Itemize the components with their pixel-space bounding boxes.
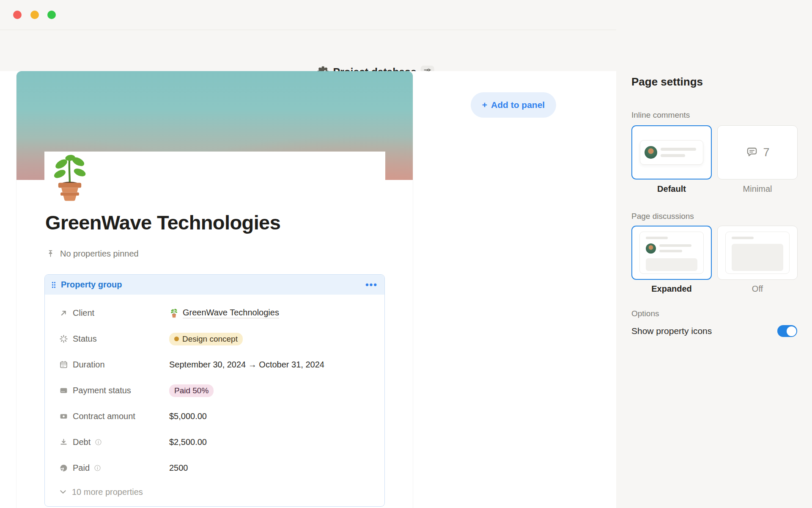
payment-status-pill[interactable]: Paid 50% — [169, 384, 214, 397]
page-discussions-option-expanded[interactable] — [631, 226, 712, 280]
duration-value: September 30, 2024 → October 31, 2024 — [169, 360, 324, 370]
chevron-down-icon — [59, 488, 67, 496]
option-label-off: Off — [717, 284, 798, 294]
property-group: Property group ••• Client — [44, 274, 385, 507]
options-label: Options — [631, 309, 659, 318]
comment-bubble-icon — [745, 146, 759, 159]
property-row-payment-status[interactable]: Payment status Paid 50% — [45, 378, 384, 403]
drag-handle-icon[interactable] — [51, 281, 57, 289]
avatar — [645, 146, 657, 159]
show-property-icons-toggle[interactable] — [777, 325, 797, 337]
pin-icon — [46, 249, 55, 258]
show-property-icons-row: Show property icons — [631, 325, 797, 337]
more-properties-button[interactable]: 10 more properties — [45, 481, 384, 503]
property-label: Duration — [73, 360, 169, 370]
sidebar-title: Page settings — [631, 75, 703, 88]
status-dot — [174, 337, 179, 341]
window-titlebar — [0, 0, 812, 30]
property-label: Status — [73, 334, 169, 344]
toggle-knob — [787, 326, 796, 336]
property-row-paid[interactable]: Paid 2500 — [45, 455, 384, 481]
status-burst-icon — [58, 334, 69, 344]
credit-card-icon — [58, 386, 69, 396]
preview-page-title: GreenWave Technologies — [45, 211, 280, 234]
zoom-window-button[interactable] — [47, 11, 56, 19]
inline-comments-label: Inline comments — [631, 110, 690, 120]
property-row-client[interactable]: Client GreenWave Technologies — [45, 300, 384, 326]
contract-amount-value: $5,000.00 — [169, 411, 207, 421]
download-tray-icon — [58, 437, 69, 447]
pie-chart-icon — [58, 463, 69, 473]
property-row-contract-amount[interactable]: Contract amount $5,000.00 — [45, 403, 384, 429]
info-icon[interactable] — [93, 464, 102, 472]
property-label: Client — [73, 308, 169, 318]
property-label: Payment status — [73, 386, 169, 395]
relation-arrow-icon — [58, 308, 69, 318]
customize-layout-window: Cancel Project database — [0, 0, 812, 508]
inline-comments-option-default[interactable] — [631, 125, 712, 179]
debt-value: $2,500.00 — [169, 437, 207, 447]
page-preview-card: GreenWave Technologies No properties pin… — [16, 71, 413, 508]
option-label-default: Default — [631, 184, 712, 194]
plus-icon: + — [482, 100, 487, 110]
pinned-properties-note: No properties pinned — [46, 249, 139, 259]
property-row-duration[interactable]: Duration September 30, 2024 → October 31… — [45, 352, 384, 378]
property-label: Debt — [73, 437, 169, 447]
page-discussions-option-off[interactable] — [717, 226, 798, 280]
minimize-window-button[interactable] — [30, 11, 39, 19]
property-row-debt[interactable]: Debt $2,500.00 — [45, 429, 384, 455]
page-settings-sidebar: Page settings Inline comments 7 Default … — [616, 30, 812, 508]
banknote-icon — [58, 411, 69, 422]
property-row-status[interactable]: Status Design concept — [45, 326, 384, 352]
option-label-minimal: Minimal — [717, 184, 798, 194]
option-label-expanded: Expanded — [631, 284, 712, 294]
potted-plant-icon — [169, 308, 179, 318]
info-icon[interactable] — [94, 438, 102, 446]
show-property-icons-label: Show property icons — [631, 326, 712, 336]
close-window-button[interactable] — [13, 11, 22, 19]
property-label: Contract amount — [73, 411, 169, 421]
property-label: Paid — [73, 463, 169, 473]
comment-count: 7 — [763, 146, 769, 159]
discussion-off-mock — [725, 232, 790, 274]
comment-card-mock — [640, 140, 703, 165]
paid-value: 2500 — [169, 463, 188, 473]
client-link[interactable]: GreenWave Technologies — [183, 308, 279, 318]
discussion-mock — [639, 232, 704, 274]
add-to-panel-button[interactable]: + Add to panel — [471, 92, 556, 118]
status-pill[interactable]: Design concept — [169, 333, 243, 345]
calendar-icon — [58, 360, 69, 370]
property-group-more-button[interactable]: ••• — [365, 283, 378, 287]
inline-comments-option-minimal[interactable]: 7 — [717, 125, 798, 179]
property-rows: Client GreenWave Technologies — [45, 295, 384, 503]
property-group-title: Property group — [61, 280, 365, 290]
potted-plant-icon — [45, 153, 94, 202]
page-discussions-label: Page discussions — [631, 212, 694, 221]
property-group-header[interactable]: Property group ••• — [45, 275, 384, 295]
